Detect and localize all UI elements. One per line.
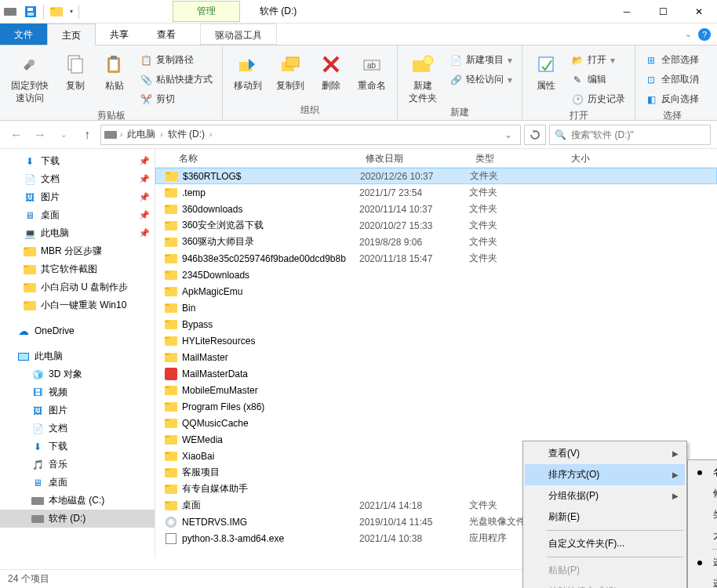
sort-desc[interactable]: 递减(D) — [690, 573, 717, 588]
file-row[interactable]: Bin — [155, 299, 717, 316]
breadcrumb-thispc[interactable]: 此电脑 — [126, 128, 157, 141]
back-button[interactable]: ← — [6, 125, 27, 145]
breadcrumb-drive[interactable]: 软件 (D:) — [166, 128, 206, 141]
file-row[interactable]: MailMasterData — [155, 365, 717, 382]
nav-tree[interactable]: ⬇下载📌📄文档📌🖼图片📌🖥桌面📌💻此电脑📌MBR 分区步骤其它软件截图小白启动 … — [0, 149, 155, 558]
tree-item[interactable]: ⬇下载 — [0, 437, 155, 456]
file-row[interactable]: HYLiteResources — [155, 332, 717, 349]
file-row[interactable]: Program Files (x86) — [155, 398, 717, 415]
file-row[interactable]: 360驱动大师目录 2019/8/28 9:06 文件夹 — [155, 234, 717, 250]
rename-button[interactable]: ab 重命名 — [353, 49, 391, 102]
tab-view[interactable]: 查看 — [143, 24, 190, 45]
file-row[interactable]: $360RTLOG$ 2020/12/26 10:37 文件夹 — [155, 168, 717, 184]
sort-date[interactable]: 修改日期 — [690, 483, 717, 504]
maximize-button[interactable]: ☐ — [645, 0, 681, 24]
file-row[interactable]: Bypass — [155, 316, 717, 332]
file-row[interactable]: MailMaster — [155, 349, 717, 365]
tab-home[interactable]: 主页 — [47, 24, 96, 45]
copy-path-button[interactable]: 📋复制路径 — [136, 52, 216, 68]
file-row[interactable]: .temp 2021/1/7 23:54 文件夹 — [155, 184, 717, 201]
sort-type[interactable]: 类型 — [690, 504, 717, 525]
ctx-sort[interactable]: 排序方式(O)▶ — [525, 464, 685, 485]
ctx-view[interactable]: 查看(V)▶ — [525, 443, 685, 464]
pin-quick-access-button[interactable]: 固定到快 速访问 — [6, 49, 53, 107]
delete-button[interactable]: 删除 — [314, 49, 348, 102]
easy-access-button[interactable]: 🔗轻松访问 ▾ — [446, 71, 515, 88]
file-row[interactable]: 946b38e35c0259746f9bade00dcd9b8b 2020/11… — [155, 250, 717, 267]
tree-onedrive[interactable]: ☁OneDrive — [0, 322, 155, 339]
tab-file[interactable]: 文件 — [0, 24, 47, 45]
column-name[interactable]: 名称 — [155, 149, 359, 167]
edit-button[interactable]: ✎编辑 — [568, 71, 628, 88]
file-row[interactable]: MobileEmuMaster — [155, 382, 717, 398]
tab-drive-tools[interactable]: 驱动器工具 — [200, 24, 277, 45]
minimize-button[interactable]: ─ — [609, 0, 645, 24]
sort-name[interactable]: 名称 — [690, 462, 717, 483]
tree-item[interactable]: 🧊3D 对象 — [0, 365, 155, 383]
column-date[interactable]: 修改日期 — [359, 149, 469, 167]
search-input[interactable] — [571, 129, 705, 140]
new-item-button[interactable]: 📄新建项目 ▾ — [446, 52, 515, 68]
tree-item[interactable]: 🖼图片📌 — [0, 188, 155, 206]
folder-qat-icon[interactable] — [49, 4, 64, 20]
file-row[interactable]: 360downloads 2020/11/14 10:37 文件夹 — [155, 201, 717, 217]
copy-button[interactable]: 复制 — [58, 49, 93, 107]
paste-button[interactable]: 粘贴 — [97, 49, 132, 107]
ribbon-toggle-icon[interactable]: ⌄ — [685, 29, 692, 39]
tree-item[interactable]: ⬇下载📌 — [0, 152, 155, 170]
column-size[interactable]: 大小 — [565, 149, 659, 167]
file-name: MailMaster — [182, 352, 228, 363]
tree-item[interactable]: 本地磁盘 (C:) — [0, 492, 155, 510]
tree-item[interactable]: 💻此电脑📌 — [0, 224, 155, 242]
tree-item[interactable]: 🖼图片 — [0, 401, 155, 419]
open-button[interactable]: 📂打开 ▾ — [568, 52, 628, 68]
history-button[interactable]: 🕑历史记录 — [568, 91, 628, 107]
tree-item[interactable]: 小白一键重装 Win10 — [0, 296, 155, 314]
file-row[interactable]: ApkMagicEmu — [155, 283, 717, 299]
column-type[interactable]: 类型 — [469, 149, 565, 167]
tree-item[interactable]: 🖥桌面📌 — [0, 206, 155, 224]
tree-item[interactable]: 📄文档📌 — [0, 170, 155, 188]
address-bar[interactable]: › 此电脑 › 软件 (D:) › ⌄ — [100, 125, 521, 145]
properties-button[interactable]: 属性 — [529, 49, 563, 107]
help-icon[interactable]: ? — [698, 28, 711, 41]
tree-item[interactable]: 小白启动 U 盘制作步 — [0, 278, 155, 296]
ctx-paste-shortcut[interactable]: 粘贴快捷方式(S) — [525, 581, 685, 588]
file-row[interactable]: 360安全浏览器下载 2020/10/27 15:33 文件夹 — [155, 217, 717, 234]
manage-tab[interactable]: 管理 — [173, 1, 240, 22]
sort-size[interactable]: 大小 — [690, 525, 717, 546]
paste-shortcut-button[interactable]: 📎粘贴快捷方式 — [136, 71, 216, 88]
search-box[interactable]: 🔍 — [549, 125, 711, 145]
ctx-group[interactable]: 分组依据(P)▶ — [525, 485, 685, 506]
tree-item[interactable]: 🎵音乐 — [0, 456, 155, 474]
file-row[interactable]: QQMusicCache — [155, 415, 717, 431]
forward-button[interactable]: → — [30, 125, 50, 145]
tree-thispc[interactable]: 此电脑 — [0, 347, 155, 365]
copy-to-button[interactable]: 复制到 — [271, 49, 309, 102]
up-button[interactable]: ↑ — [77, 125, 97, 145]
tree-item[interactable]: 软件 (D:) — [0, 510, 155, 528]
history-dropdown[interactable]: ⌄ — [53, 125, 74, 145]
addr-dropdown-icon[interactable]: ⌄ — [500, 129, 517, 140]
ctx-paste[interactable]: 粘贴(P) — [525, 560, 685, 581]
tree-item[interactable]: 其它软件截图 — [0, 260, 155, 278]
select-none-button[interactable]: ⊡全部取消 — [642, 71, 702, 88]
tab-share[interactable]: 共享 — [96, 24, 143, 45]
move-to-button[interactable]: 移动到 — [229, 49, 267, 102]
new-folder-button[interactable]: 新建 文件夹 — [404, 49, 442, 104]
ctx-customize[interactable]: 自定义文件夹(F)... — [525, 533, 685, 554]
file-row[interactable]: 2345Downloads — [155, 267, 717, 283]
cut-button[interactable]: ✂️剪切 — [136, 91, 216, 107]
sort-asc[interactable]: 递增(A) — [690, 552, 717, 573]
close-button[interactable]: ✕ — [681, 0, 717, 24]
tree-item[interactable]: MBR 分区步骤 — [0, 242, 155, 260]
tree-item[interactable]: 📄文档 — [0, 419, 155, 437]
ctx-refresh[interactable]: 刷新(E) — [525, 506, 685, 528]
select-all-button[interactable]: ⊞全部选择 — [642, 52, 702, 68]
qat-dropdown-icon[interactable]: ▾ — [67, 8, 76, 15]
tree-item[interactable]: 🎞视频 — [0, 383, 155, 401]
tree-item[interactable]: 🖥桌面 — [0, 474, 155, 492]
save-icon[interactable] — [23, 4, 38, 20]
invert-selection-button[interactable]: ◧反向选择 — [642, 91, 702, 107]
refresh-button[interactable] — [524, 125, 546, 145]
